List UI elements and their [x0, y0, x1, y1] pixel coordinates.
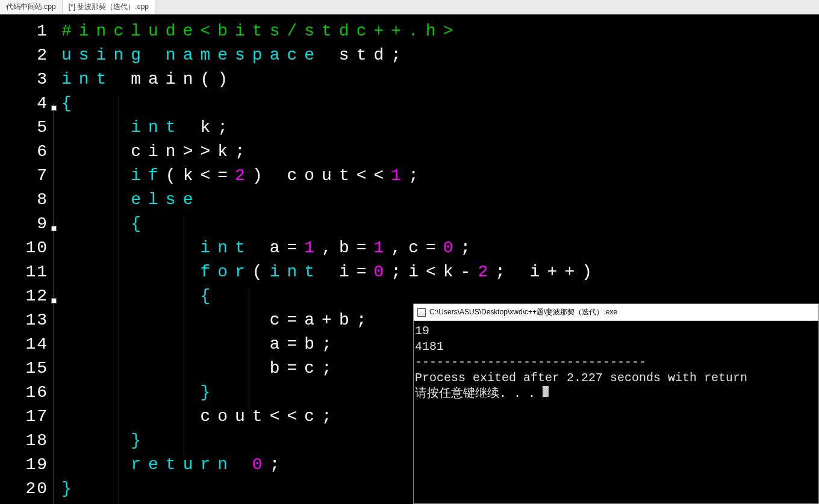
console-cursor: [543, 386, 549, 397]
console-window[interactable]: C:\Users\ASUS\Desktop\xwd\c++题\斐波那契（迭代）.…: [413, 303, 819, 504]
indent-guide: [119, 96, 119, 504]
tab-file-1[interactable]: 代码中间站.cpp: [0, 0, 63, 14]
line-number: 1: [0, 19, 48, 43]
fold-guide-line: [54, 104, 54, 504]
fold-marker[interactable]: [51, 298, 57, 303]
line-number: 2: [0, 43, 48, 67]
line-number: 3: [0, 67, 48, 92]
fold-column: [51, 19, 59, 504]
tab-bar: 代码中间站.cpp [*] 斐波那契（迭代）.cpp: [0, 0, 819, 14]
code-line[interactable]: int k;: [61, 116, 819, 140]
line-number: 12: [0, 284, 48, 308]
fold-marker[interactable]: [51, 105, 57, 111]
code-line[interactable]: {: [61, 212, 819, 236]
line-number: 5: [0, 116, 48, 140]
indent-guide: [184, 217, 184, 458]
tab-label: [*] 斐波那契（迭代）.cpp: [69, 2, 149, 12]
line-number-gutter: 1234567891011121314151617181920: [0, 19, 51, 504]
code-line[interactable]: #include<bits/stdc++.h>: [61, 19, 819, 43]
code-line[interactable]: else: [61, 188, 819, 212]
console-line: 19: [415, 323, 817, 339]
line-number: 20: [0, 477, 48, 501]
line-number: 8: [0, 188, 48, 212]
console-line: 4181: [415, 339, 817, 355]
line-number: 15: [0, 356, 48, 381]
indent-guide: [249, 289, 249, 409]
tab-label: 代码中间站.cpp: [6, 2, 56, 12]
console-titlebar[interactable]: C:\Users\ASUS\Desktop\xwd\c++题\斐波那契（迭代）.…: [414, 304, 818, 321]
code-line[interactable]: int a=1,b=1,c=0;: [61, 236, 819, 260]
fold-marker[interactable]: [51, 226, 57, 231]
line-number: 11: [0, 260, 48, 284]
line-number: 18: [0, 429, 48, 453]
line-number: 9: [0, 212, 48, 236]
code-line[interactable]: for(int i=0;i<k-2; i++): [61, 260, 819, 284]
code-line[interactable]: int main(): [61, 67, 819, 92]
code-line[interactable]: cin>>k;: [61, 140, 819, 164]
line-number: 17: [0, 405, 48, 429]
line-number: 4: [0, 92, 48, 116]
line-number: 19: [0, 453, 48, 477]
console-app-icon: [417, 308, 426, 317]
line-number: 6: [0, 140, 48, 164]
line-number: 7: [0, 164, 48, 188]
console-line: 请按任意键继续. . .: [415, 386, 817, 402]
console-line: Process exited after 2.227 seconds with …: [415, 370, 817, 386]
line-number: 14: [0, 332, 48, 356]
code-line[interactable]: {: [61, 92, 819, 116]
code-line[interactable]: using namespace std;: [61, 43, 819, 67]
code-line[interactable]: if(k<=2) cout<<1;: [61, 164, 819, 188]
console-line: --------------------------------: [415, 355, 817, 370]
console-title: C:\Users\ASUS\Desktop\xwd\c++题\斐波那契（迭代）.…: [429, 307, 617, 317]
line-number: 13: [0, 308, 48, 332]
console-output: 194181--------------------------------Pr…: [414, 321, 818, 503]
line-number: 10: [0, 236, 48, 260]
tab-file-2[interactable]: [*] 斐波那契（迭代）.cpp: [63, 0, 155, 14]
line-number: 16: [0, 381, 48, 405]
